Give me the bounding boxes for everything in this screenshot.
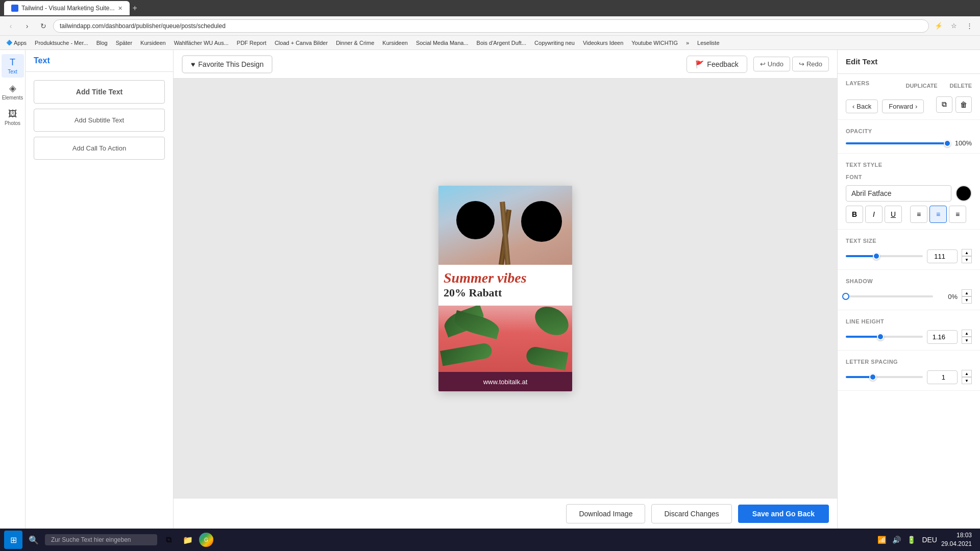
italic-button[interactable]: I — [865, 206, 883, 223]
taskbar-search-icon[interactable]: 🔍 — [26, 532, 42, 548]
shadow-up-button[interactable]: ▲ — [962, 289, 972, 296]
tray-language[interactable]: DEU — [920, 534, 939, 546]
text-size-slider-track[interactable] — [846, 255, 923, 257]
letter-spacing-input[interactable] — [927, 370, 958, 384]
delete-button[interactable]: 🗑 — [955, 96, 972, 113]
opacity-slider-track[interactable] — [846, 142, 947, 144]
letter-spacing-up-button[interactable]: ▲ — [962, 370, 972, 377]
taskbar: ⊞ 🔍 ⧉ 📁 G 📶 🔊 🔋 DEU 18:03 29.04.2021 — [0, 529, 980, 551]
add-cta-button[interactable]: Add Call To Action — [34, 137, 165, 160]
shadow-slider-thumb[interactable] — [842, 293, 849, 300]
tray-volume-icon[interactable]: 🔊 — [890, 534, 903, 546]
align-center-button[interactable]: ≡ — [929, 206, 947, 223]
bookmark-kursideen2[interactable]: Kursideen — [380, 39, 410, 47]
browser-bar: Tailwind - Visual Marketing Suite... ✕ + — [0, 0, 980, 16]
opacity-value: 100% — [951, 139, 972, 147]
new-tab-button[interactable]: + — [133, 4, 137, 13]
bookmark-youtube[interactable]: Youtube WICHTIG — [629, 39, 680, 47]
tray-battery-icon[interactable]: 🔋 — [905, 534, 918, 546]
sidebar-item-photos[interactable]: 🖼 Photos — [2, 106, 24, 129]
forward-layer-button[interactable]: Forward › — [882, 99, 924, 113]
bookmark-spaeter[interactable]: Später — [114, 39, 134, 47]
align-left-button[interactable]: ≡ — [910, 206, 927, 223]
reload-button[interactable]: ↻ — [37, 19, 50, 33]
save-button[interactable]: Save and Go Back — [738, 505, 829, 523]
favorite-button[interactable]: ♥ Favorite This Design — [182, 55, 273, 73]
bookmark-kursideen[interactable]: Kursideen — [138, 39, 168, 47]
canvas-content[interactable]: Summer vibes 20% Rabatt — [174, 79, 837, 498]
duplicate-button[interactable]: ⧉ — [936, 96, 952, 113]
redo-button[interactable]: ↪ Redo — [792, 57, 829, 71]
undo-redo-group: ↩ Undo ↪ Redo — [753, 57, 829, 71]
download-button[interactable]: Download Image — [566, 504, 645, 523]
feedback-button[interactable]: 🚩 Feedback — [687, 56, 747, 73]
bookmark-pdf[interactable]: PDF Report — [235, 39, 268, 47]
extensions-button[interactable]: ⚡ — [932, 19, 945, 33]
card-middle-text[interactable]: Summer vibes 20% Rabatt — [438, 265, 572, 306]
text-tool-icon: T — [10, 57, 15, 68]
favorite-label: Favorite This Design — [198, 60, 263, 68]
browser-tab[interactable]: Tailwind - Visual Marketing Suite... ✕ — [4, 1, 130, 15]
line-height-slider-thumb[interactable] — [877, 333, 884, 340]
letter-spacing-slider-track[interactable] — [846, 376, 923, 378]
align-right-button[interactable]: ≡ — [949, 206, 966, 223]
line-height-input[interactable] — [927, 330, 958, 344]
color-swatch[interactable] — [955, 185, 972, 202]
font-select[interactable]: Abril Fatface — [846, 185, 951, 202]
bookmark-social[interactable]: Social Media Mana... — [414, 39, 471, 47]
add-subtitle-button[interactable]: Add Subtitle Text — [34, 109, 165, 132]
bookmark-leseliste[interactable]: Leseliste — [695, 39, 721, 47]
rabatt-text: 20% Rabatt — [444, 286, 567, 299]
bookmark-apps[interactable]: 🔷 Apps — [4, 39, 29, 47]
back-button[interactable]: ‹ — [4, 19, 17, 33]
bold-button[interactable]: B — [846, 206, 863, 223]
undo-button[interactable]: ↩ Undo — [753, 57, 790, 71]
line-height-up-button[interactable]: ▲ — [962, 330, 972, 337]
letter-spacing-slider-thumb[interactable] — [869, 373, 876, 381]
underline-button[interactable]: U — [885, 206, 902, 223]
text-size-input[interactable] — [927, 249, 958, 263]
menu-button[interactable]: ⋮ — [963, 19, 976, 33]
taskbar-task-view[interactable]: ⧉ — [160, 532, 177, 548]
text-size-slider-thumb[interactable] — [873, 253, 880, 260]
line-height-slider-track[interactable] — [846, 336, 923, 338]
bookmark-bois[interactable]: Bois d'Argent Duft... — [475, 39, 528, 47]
bookmark-produktsuche[interactable]: Produktsuche - Mer... — [33, 39, 90, 47]
bookmark-dinner[interactable]: Dinner & Crime — [334, 39, 376, 47]
forward-button[interactable]: › — [20, 19, 34, 33]
tray-network-icon[interactable]: 📶 — [875, 534, 888, 546]
font-row: Abril Fatface — [846, 185, 972, 202]
taskbar-file-explorer[interactable]: 📁 — [180, 532, 196, 548]
sidebar-item-elements[interactable]: ◈ Elements — [2, 80, 24, 104]
text-size-up-button[interactable]: ▲ — [962, 249, 972, 256]
line-height-section: LINE HEIGHT ▲ ▼ — [838, 310, 980, 350]
favicon — [11, 5, 18, 12]
bookmark-wahlfaecher[interactable]: Wahlfächer WU Aus... — [172, 39, 231, 47]
add-title-button[interactable]: Add Title Text — [34, 80, 165, 104]
taskbar-search-input[interactable] — [45, 534, 157, 545]
close-tab-button[interactable]: ✕ — [118, 5, 122, 12]
design-card[interactable]: Summer vibes 20% Rabatt — [438, 186, 572, 391]
line-height-down-button[interactable]: ▼ — [962, 337, 972, 344]
discard-button[interactable]: Discard Changes — [651, 504, 731, 523]
start-button[interactable]: ⊞ — [4, 531, 22, 549]
bookmark-canva[interactable]: Cload + Canva Bilder — [273, 39, 330, 47]
text-size-down-button[interactable]: ▼ — [962, 256, 972, 263]
text-tool-label: Text — [8, 69, 17, 74]
undo-label: Undo — [768, 60, 783, 68]
shadow-slider-track[interactable] — [846, 295, 933, 297]
back-layer-button[interactable]: ‹ Back — [846, 99, 878, 113]
bookmark-more[interactable]: » — [684, 39, 691, 47]
time-display[interactable]: 18:03 29.04.2021 — [941, 531, 972, 548]
letter-spacing-down-button[interactable]: ▼ — [962, 377, 972, 384]
bookmark-button[interactable]: ☆ — [947, 19, 961, 33]
bookmark-video[interactable]: Videokurs Ideen — [581, 39, 625, 47]
bookmark-blog[interactable]: Blog — [94, 39, 110, 47]
sidebar-item-text[interactable]: T Text — [2, 54, 24, 78]
address-bar[interactable] — [53, 19, 929, 33]
shadow-down-button[interactable]: ▼ — [962, 296, 972, 304]
chevron-left-icon: ‹ — [852, 103, 854, 110]
opacity-slider-thumb[interactable] — [944, 140, 951, 147]
taskbar-chrome[interactable]: G — [199, 533, 213, 547]
bookmark-copy[interactable]: Copywriting neu — [532, 39, 577, 47]
